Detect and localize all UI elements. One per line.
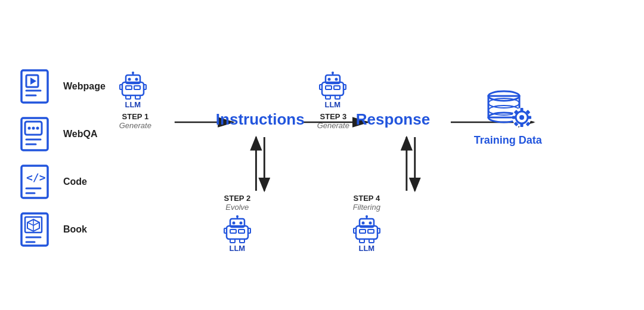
svg-rect-75 xyxy=(354,228,356,233)
svg-rect-56 xyxy=(335,95,340,99)
svg-point-37 xyxy=(128,78,131,81)
svg-text:</>: </> xyxy=(26,171,46,184)
svg-rect-40 xyxy=(144,85,146,89)
llm-robot-4 xyxy=(351,215,382,244)
svg-rect-63 xyxy=(224,228,227,233)
instructions-label: Instructions xyxy=(216,110,305,128)
step2-llm-label: LLM xyxy=(229,244,245,253)
svg-line-20 xyxy=(33,222,39,225)
step4-label: STEP 4 xyxy=(354,194,380,203)
llm-robot-1 xyxy=(117,72,148,100)
svg-point-61 xyxy=(232,222,235,225)
step3-sublabel: Generate xyxy=(317,121,349,130)
step1-llm-label: LLM xyxy=(125,100,141,109)
svg-point-38 xyxy=(135,78,138,81)
response-node: Response xyxy=(356,110,430,129)
source-item-webpage: Webpage xyxy=(18,68,106,105)
step1-sublabel: Generate xyxy=(119,121,151,130)
book-icon xyxy=(18,211,55,248)
svg-point-72 xyxy=(366,215,368,218)
step1-text: STEP 1 Generate xyxy=(112,112,159,130)
webqa-icon xyxy=(18,116,55,153)
step2-sublabel: Evolve xyxy=(225,203,249,212)
svg-point-8 xyxy=(32,127,35,130)
svg-rect-65 xyxy=(230,230,236,233)
svg-line-21 xyxy=(27,222,33,225)
svg-rect-44 xyxy=(135,95,140,99)
step4-llm-label: LLM xyxy=(358,244,374,253)
step2-label: STEP 2 xyxy=(224,194,251,203)
webpage-icon xyxy=(18,68,55,105)
svg-rect-92 xyxy=(528,116,531,119)
training-data-group: Training Data xyxy=(474,86,542,147)
svg-rect-42 xyxy=(134,86,140,89)
training-data-icon xyxy=(481,86,535,134)
svg-rect-68 xyxy=(240,239,244,243)
svg-point-60 xyxy=(236,215,239,218)
step3-text: STEP 3 Generate xyxy=(309,112,357,130)
svg-rect-53 xyxy=(326,86,332,89)
response-label: Response xyxy=(356,110,430,128)
svg-rect-54 xyxy=(334,86,340,89)
svg-point-88 xyxy=(519,115,524,120)
step4-sublabel: Filtering xyxy=(353,203,380,212)
flow-arrows xyxy=(106,0,644,310)
left-column: Webpage WebQA </ xyxy=(0,62,106,248)
webpage-label: Webpage xyxy=(63,81,106,92)
svg-point-9 xyxy=(36,127,39,130)
code-label: Code xyxy=(63,176,87,187)
svg-point-7 xyxy=(28,127,31,130)
svg-marker-2 xyxy=(30,78,36,85)
svg-rect-43 xyxy=(126,95,131,99)
source-item-webqa: WebQA xyxy=(18,116,106,153)
svg-point-48 xyxy=(332,72,334,74)
step3-llm-label: LLM xyxy=(324,100,340,109)
svg-point-74 xyxy=(369,222,371,225)
step3-robot-group: LLM xyxy=(317,72,348,109)
svg-rect-41 xyxy=(126,86,132,89)
step1-label: STEP 1 xyxy=(122,112,149,121)
svg-rect-39 xyxy=(120,85,122,89)
svg-rect-78 xyxy=(368,230,374,233)
flow-area: LLM STEP 1 Generate Instructions xyxy=(106,0,644,310)
code-icon: </> xyxy=(18,163,55,200)
svg-rect-76 xyxy=(377,228,380,233)
svg-point-50 xyxy=(335,78,338,81)
step4-group: STEP 4 Filtering LLM xyxy=(351,194,382,253)
webqa-label: WebQA xyxy=(63,129,97,140)
step1-group: LLM xyxy=(117,72,148,109)
source-item-code: </> Code xyxy=(18,163,106,200)
svg-rect-67 xyxy=(230,239,235,243)
svg-rect-79 xyxy=(360,239,364,243)
training-data-label: Training Data xyxy=(474,134,542,147)
step3-label: STEP 3 xyxy=(320,112,347,121)
svg-point-62 xyxy=(239,222,242,225)
svg-point-36 xyxy=(132,72,134,74)
svg-rect-90 xyxy=(520,123,523,127)
instructions-node: Instructions xyxy=(216,110,305,129)
svg-rect-52 xyxy=(343,85,346,89)
svg-rect-66 xyxy=(239,230,244,233)
main-container: Webpage WebQA </ xyxy=(0,0,644,310)
svg-rect-51 xyxy=(320,85,322,89)
svg-rect-55 xyxy=(326,95,330,99)
source-item-book: Book xyxy=(18,211,106,248)
llm-robot-2 xyxy=(222,215,253,244)
book-label: Book xyxy=(63,224,87,235)
llm-robot-3 xyxy=(317,72,348,100)
svg-point-49 xyxy=(327,78,330,81)
svg-rect-80 xyxy=(369,239,374,243)
svg-point-73 xyxy=(361,222,364,225)
svg-rect-91 xyxy=(512,116,516,119)
svg-rect-89 xyxy=(520,108,523,111)
svg-rect-64 xyxy=(248,228,250,233)
step2-group: STEP 2 Evolve LLM xyxy=(222,194,253,253)
svg-rect-77 xyxy=(360,230,366,233)
